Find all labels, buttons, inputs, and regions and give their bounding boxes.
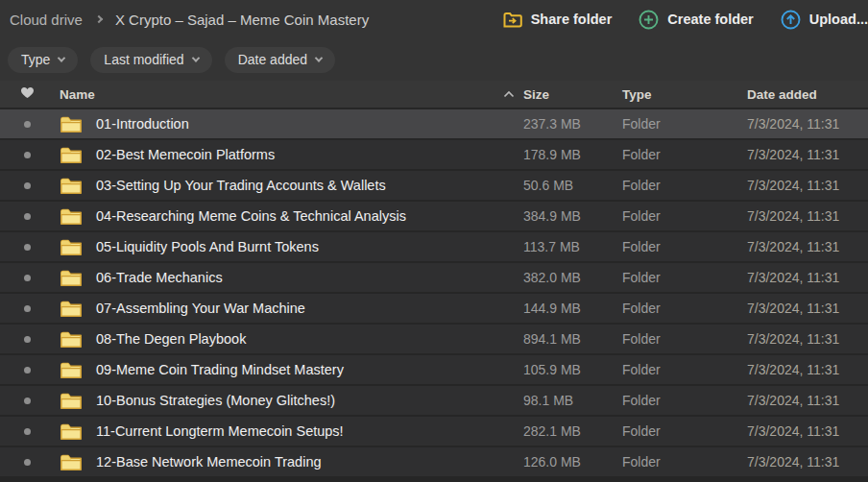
favorite-dot[interactable] — [24, 305, 31, 312]
file-type: Folder — [622, 147, 747, 162]
folder-name: 03-Setting Up Your Trading Accounts & Wa… — [90, 178, 494, 193]
folder-icon — [54, 238, 90, 256]
file-type: Folder — [622, 393, 747, 408]
date-added: 7/3/2024, 11:31 — [747, 423, 868, 439]
table-row[interactable]: 05-Liquidity Pools And Burnt Tokens 113.… — [0, 232, 868, 261]
folder-icon — [54, 330, 90, 349]
create-folder-button[interactable]: Create folder — [639, 10, 753, 30]
folder-name: 07-Assembling Your War Machine — [90, 301, 494, 316]
file-size: 50.6 MB — [523, 178, 622, 193]
folder-icon — [54, 146, 90, 164]
chevron-down-icon — [315, 54, 323, 61]
folder-icon — [54, 422, 90, 441]
date-added: 7/3/2024, 11:31 — [747, 178, 868, 193]
favorite-dot[interactable] — [24, 244, 31, 251]
folder-icon — [54, 300, 90, 318]
date-added: 7/3/2024, 11:31 — [747, 393, 868, 408]
date-added: 7/3/2024, 11:31 — [747, 362, 868, 377]
date-added-column-header[interactable]: Date added — [747, 87, 868, 102]
file-size: 382.0 MB — [523, 270, 622, 285]
table-row[interactable]: 09-Meme Coin Trading Mindset Mastery 105… — [0, 355, 868, 384]
type-filter-button[interactable]: Type — [8, 47, 78, 73]
date-added: 7/3/2024, 11:31 — [747, 270, 868, 285]
favorite-dot[interactable] — [24, 428, 31, 435]
file-type: Folder — [622, 423, 747, 439]
file-size: 98.1 MB — [523, 393, 622, 408]
table-row[interactable]: 02-Best Memecoin Platforms 178.9 MB Fold… — [0, 140, 868, 169]
chevron-right-icon — [95, 15, 103, 23]
file-size: 144.9 MB — [523, 301, 622, 316]
filter-bar: Type Last modified Date added — [0, 38, 868, 81]
folder-name: 05-Liquidity Pools And Burnt Tokens — [90, 239, 494, 254]
folder-icon — [54, 207, 90, 226]
favorite-dot[interactable] — [24, 182, 31, 189]
file-size: 894.1 MB — [523, 331, 622, 347]
upload-button[interactable]: Upload... — [781, 10, 868, 30]
table-row[interactable]: 11-Current Longterm Memecoin Setups! 282… — [0, 417, 868, 446]
date-added: 7/3/2024, 11:31 — [747, 454, 868, 470]
folder-icon — [54, 453, 90, 471]
table-row[interactable]: 03-Setting Up Your Trading Accounts & Wa… — [0, 171, 868, 200]
favorite-dot[interactable] — [24, 459, 31, 466]
favorite-dot[interactable] — [24, 121, 31, 128]
folder-icon — [54, 177, 90, 195]
date-added-filter-button[interactable]: Date added — [225, 47, 335, 73]
file-table: Name Size Type Date added 01-Introductio… — [0, 81, 868, 482]
file-type: Folder — [622, 454, 747, 470]
favorite-dot[interactable] — [24, 367, 31, 374]
table-row[interactable]: 01-Introduction 237.3 MB Folder 7/3/2024… — [0, 109, 868, 138]
favorite-dot[interactable] — [24, 213, 31, 220]
table-row[interactable]: 12-Base Network Memecoin Trading 126.0 M… — [0, 447, 868, 476]
upload-label: Upload... — [809, 12, 868, 27]
folder-icon — [54, 361, 90, 379]
folder-name: 11-Current Longterm Memecoin Setups! — [90, 423, 494, 439]
size-column-header[interactable]: Size — [523, 87, 622, 102]
favorite-column-header[interactable] — [0, 86, 54, 102]
folder-name: 04-Researching Meme Coins & Technical An… — [90, 208, 494, 224]
name-column-header[interactable]: Name — [54, 87, 494, 102]
heart-icon — [20, 86, 35, 102]
file-type: Folder — [622, 362, 747, 377]
favorite-dot[interactable] — [24, 336, 31, 343]
date-added: 7/3/2024, 11:31 — [747, 331, 868, 347]
folder-name: 06-Trade Mechanics — [90, 270, 494, 285]
chevron-down-icon — [58, 54, 65, 61]
upload-circle-icon — [781, 10, 801, 30]
breadcrumb: Cloud drive X Crypto – Sajad – Meme Coin… — [10, 12, 369, 28]
favorite-dot[interactable] — [24, 398, 31, 404]
breadcrumb-item-cloud-drive[interactable]: Cloud drive — [10, 12, 83, 28]
file-type: Folder — [622, 270, 747, 285]
table-row[interactable]: 10-Bonus Strategies (Money Glitches!) 98… — [0, 386, 868, 415]
file-size: 113.7 MB — [523, 239, 622, 254]
file-type: Folder — [622, 208, 747, 224]
date-added: 7/3/2024, 11:31 — [747, 147, 868, 162]
type-column-header[interactable]: Type — [622, 87, 747, 102]
file-type: Folder — [622, 178, 747, 193]
last-modified-filter-label: Last modified — [104, 52, 183, 67]
file-size: 105.9 MB — [523, 362, 622, 377]
table-header: Name Size Type Date added — [0, 81, 868, 108]
last-modified-filter-button[interactable]: Last modified — [90, 47, 211, 73]
type-filter-label: Type — [21, 52, 50, 67]
file-type: Folder — [622, 301, 747, 316]
date-added-filter-label: Date added — [238, 52, 307, 67]
folder-icon — [54, 392, 90, 410]
file-type: Folder — [622, 116, 747, 132]
file-type: Folder — [622, 331, 747, 347]
folder-name: 10-Bonus Strategies (Money Glitches!) — [90, 393, 494, 408]
table-row[interactable]: 07-Assembling Your War Machine 144.9 MB … — [0, 294, 868, 323]
table-row[interactable]: 08-The Degen Playbook 894.1 MB Folder 7/… — [0, 325, 868, 353]
file-rows: 01-Introduction 237.3 MB Folder 7/3/2024… — [0, 109, 868, 476]
folder-name: 02-Best Memecoin Platforms — [90, 147, 494, 162]
table-row[interactable]: 06-Trade Mechanics 382.0 MB Folder 7/3/2… — [0, 263, 868, 292]
date-added: 7/3/2024, 11:31 — [747, 301, 868, 316]
file-size: 384.9 MB — [523, 208, 622, 224]
file-type: Folder — [622, 239, 747, 254]
share-folder-button[interactable]: Share folder — [502, 12, 613, 28]
favorite-dot[interactable] — [24, 275, 31, 281]
toolbar-actions: Share folder Create folder Upload... — [502, 10, 868, 30]
table-row[interactable]: 04-Researching Meme Coins & Technical An… — [0, 202, 868, 230]
favorite-dot[interactable] — [24, 152, 31, 158]
chevron-down-icon — [191, 54, 199, 61]
top-bar: Cloud drive X Crypto – Sajad – Meme Coin… — [0, 0, 868, 38]
